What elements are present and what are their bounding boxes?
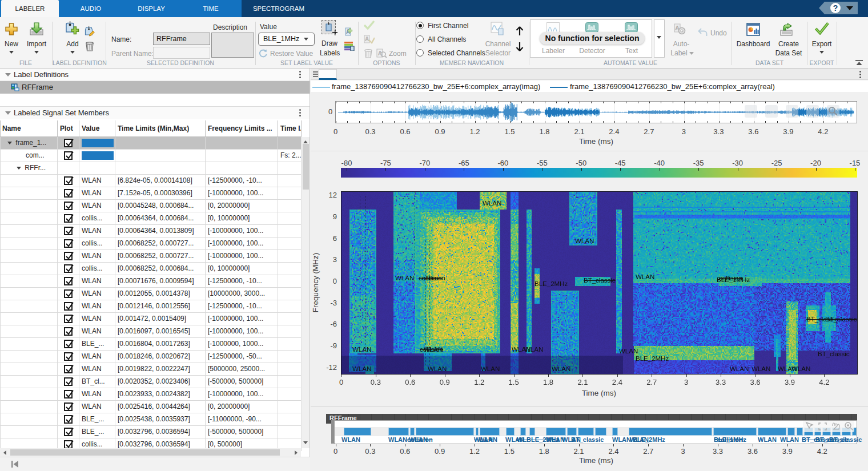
svg-text:A: A xyxy=(365,36,369,42)
